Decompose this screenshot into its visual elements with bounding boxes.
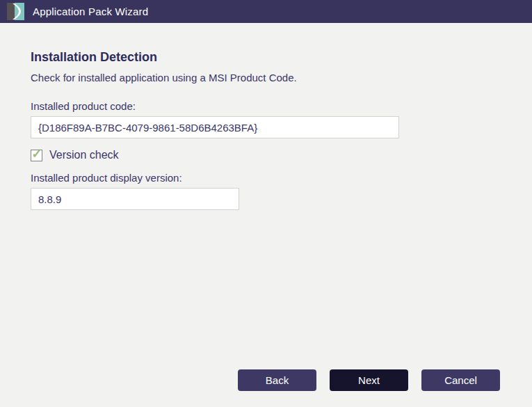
back-button[interactable]: Back [238, 369, 316, 391]
version-check-row[interactable]: ✓ Version check [31, 149, 119, 161]
window-title: Application Pack Wizard [33, 6, 148, 17]
version-check-checkbox[interactable]: ✓ [31, 150, 42, 161]
checkmark-icon: ✓ [31, 148, 41, 160]
product-code-label: Installed product code: [31, 100, 136, 112]
button-bar: Back Next Cancel [238, 369, 500, 391]
app-logo-icon [7, 3, 24, 20]
cancel-button[interactable]: Cancel [421, 369, 500, 391]
display-version-input[interactable] [31, 188, 239, 210]
next-button[interactable]: Next [330, 369, 408, 391]
display-version-label: Installed product display version: [31, 172, 182, 184]
wizard-window: Application Pack Wizard Installation Det… [0, 0, 532, 407]
product-code-input[interactable] [31, 116, 399, 138]
page-subtitle: Check for installed application using a … [31, 72, 297, 83]
version-check-label: Version check [49, 149, 119, 161]
title-bar: Application Pack Wizard [0, 0, 532, 23]
page-title: Installation Detection [31, 50, 157, 65]
